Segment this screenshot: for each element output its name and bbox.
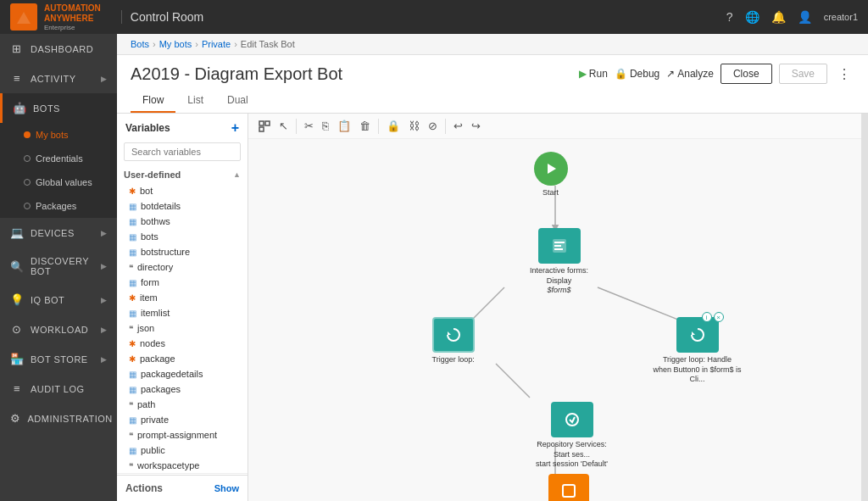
sidebar-item-administration[interactable]: ⚙ ADMINISTRATION ▶ — [0, 404, 117, 433]
notification-icon[interactable]: 🔔 — [771, 10, 786, 24]
sidebar-label-bots: BOTS — [33, 103, 60, 114]
lock-icon: 🔒 — [615, 68, 627, 80]
variables-panel: Variables + User-defined ▲ ✱ bot ▦ — [117, 114, 248, 501]
sidebar-label-activity: ACTIVITY — [31, 74, 76, 84]
toolbar-lock[interactable]: 🔒 — [383, 117, 403, 135]
var-nodes[interactable]: ✱ nodes — [117, 336, 248, 351]
toolbar-redo[interactable]: ↪ — [468, 117, 484, 135]
var-packages[interactable]: ▦ packages — [117, 381, 248, 397]
canvas-container: ↖ ✂ ⎘ 📋 🗑 🔒 ⛓ ⊘ ↩ ↪ — [248, 114, 861, 501]
toolbar-break[interactable]: ⛓ — [405, 117, 423, 135]
var-workspacetype[interactable]: ❝ workspacetype — [117, 458, 248, 473]
discoverybot-arrow: ▶ — [101, 262, 108, 270]
var-icon-table5: ▦ — [129, 278, 136, 287]
node-interactive[interactable]: Interactive forms: Display$form$ — [517, 228, 602, 296]
var-icon-table2: ▦ — [129, 217, 136, 226]
toolbar-select[interactable] — [255, 118, 274, 135]
svg-line-8 — [496, 364, 530, 398]
var-icon-star: ✱ — [129, 186, 136, 196]
var-package[interactable]: ✱ package — [117, 351, 248, 366]
debug-button[interactable]: 🔒 Debug — [615, 68, 659, 80]
svg-point-20 — [566, 414, 578, 426]
submenu-mybots[interactable]: My bots — [0, 123, 117, 147]
credentials-circle — [24, 155, 31, 162]
breadcrumb-mybots[interactable]: My bots — [159, 39, 192, 49]
toolbar-disable[interactable]: ⊘ — [425, 117, 441, 135]
sidebar-item-dashboard[interactable]: ⊞ DASHBOARD — [0, 34, 117, 64]
sidebar-item-devices[interactable]: 💻 DEVICES ▶ — [0, 218, 117, 248]
breadcrumb-private[interactable]: Private — [202, 39, 231, 49]
sidebar-item-activity[interactable]: ≡ ACTIVITY ▶ — [0, 64, 117, 93]
sidebar-label-administration: ADMINISTRATION — [28, 414, 113, 424]
submenu-mybots-label: My bots — [36, 130, 69, 140]
node-trigger-handle[interactable]: i × Trigger loop: Handlewhen Button0 in … — [651, 317, 744, 385]
var-botdetails[interactable]: ▦ botdetails — [117, 198, 248, 214]
sidebar-item-bots[interactable]: 🤖 BOTS — [0, 93, 117, 123]
node-step1[interactable]: Step'Bot Diagram Private' — [534, 474, 605, 501]
sidebar-item-discoverybot[interactable]: 🔍 DISCOVERY BOT ▶ — [0, 248, 117, 285]
actions-label: Actions — [125, 482, 163, 494]
save-button[interactable]: Save — [779, 64, 827, 84]
var-private[interactable]: ▦ private — [117, 412, 248, 427]
submenu-packages[interactable]: Packages — [0, 194, 117, 218]
help-icon[interactable]: ? — [726, 10, 733, 24]
page-title: A2019 - Diagram Export Bot — [131, 64, 342, 84]
var-packagedetails[interactable]: ▦ packagedetails — [117, 366, 248, 381]
tab-list[interactable]: List — [175, 89, 215, 113]
var-public[interactable]: ▦ public — [117, 443, 248, 458]
sidebar-label-devices: DEVICES — [31, 228, 75, 238]
actions-show-button[interactable]: Show — [214, 483, 239, 493]
iqbot-arrow: ▶ — [101, 296, 108, 304]
toolbar-paste[interactable]: 📋 — [334, 117, 354, 135]
breadcrumb-bots[interactable]: Bots — [131, 39, 149, 49]
var-directory[interactable]: ❝ directory — [117, 259, 248, 275]
user-defined-section[interactable]: User-defined ▲ — [117, 166, 248, 183]
tab-dual[interactable]: Dual — [215, 89, 260, 113]
toolbar-delete[interactable]: 🗑 — [356, 117, 374, 135]
sidebar-item-auditlog[interactable]: ≡ AUDIT LOG — [0, 374, 117, 404]
analyze-button[interactable]: ↗ Analyze — [666, 68, 714, 80]
node-repo-start[interactable]: Repository Services: Start ses...start s… — [530, 402, 615, 470]
var-form[interactable]: ▦ form — [117, 275, 248, 290]
submenu-globalvalues[interactable]: Global values — [0, 170, 117, 194]
tab-flow[interactable]: Flow — [131, 89, 175, 113]
node-start[interactable]: Start — [534, 152, 568, 198]
submenu-globalvalues-label: Global values — [36, 177, 92, 187]
var-prompt-assignment[interactable]: ❝ prompt-assignment — [117, 427, 248, 443]
close-button[interactable]: Close — [721, 64, 772, 84]
topbar-icons: ? 🌐 🔔 👤 creator1 — [726, 10, 858, 24]
var-bots[interactable]: ▦ bots — [117, 229, 248, 244]
toolbar-copy[interactable]: ⎘ — [319, 117, 332, 135]
var-botstructure[interactable]: ▦ botstructure — [117, 244, 248, 259]
more-options-button[interactable]: ⋮ — [834, 66, 854, 82]
toolbar-cut[interactable]: ✂ — [301, 117, 317, 135]
var-path[interactable]: ❝ path — [117, 397, 248, 412]
var-icon-table7: ▦ — [129, 370, 136, 379]
node-trigger-loop[interactable]: Trigger loop: — [432, 317, 475, 365]
toolbar-cursor[interactable]: ↖ — [275, 117, 292, 135]
toolbar-undo[interactable]: ↩ — [450, 117, 466, 135]
content-area: Bots › My bots › Private › Edit Task Bot… — [117, 34, 868, 501]
var-icon-quote: ❝ — [129, 263, 133, 272]
actions-bar: Actions Show — [117, 475, 248, 501]
var-bothws[interactable]: ▦ bothws — [117, 214, 248, 229]
flow-canvas[interactable]: Start Interactive forms: Display$form$ — [248, 139, 861, 501]
add-variable-button[interactable]: + — [231, 120, 239, 136]
sidebar-item-botstore[interactable]: 🏪 BOT STORE ▶ — [0, 344, 117, 374]
var-itemlist[interactable]: ▦ itemlist — [117, 305, 248, 320]
user-icon[interactable]: 👤 — [798, 10, 812, 24]
section-toggle: ▲ — [233, 170, 241, 179]
submenu-credentials[interactable]: Credentials — [0, 147, 117, 170]
sidebar-item-workload[interactable]: ⊙ WORKLOAD ▶ — [0, 315, 117, 344]
variables-search[interactable] — [124, 142, 241, 161]
globe-icon[interactable]: 🌐 — [745, 10, 760, 24]
var-item[interactable]: ✱ item — [117, 290, 248, 305]
sidebar-item-iqbot[interactable]: 💡 IQ BOT ▶ — [0, 285, 117, 315]
run-button[interactable]: ▶ Run — [579, 68, 608, 80]
var-json[interactable]: ❝ json — [117, 320, 248, 336]
packages-circle — [24, 203, 31, 209]
username: creator1 — [824, 12, 858, 22]
var-bot[interactable]: ✱ bot — [117, 183, 248, 198]
right-scrollbar[interactable] — [861, 114, 868, 501]
var-icon-table3: ▦ — [129, 232, 136, 242]
